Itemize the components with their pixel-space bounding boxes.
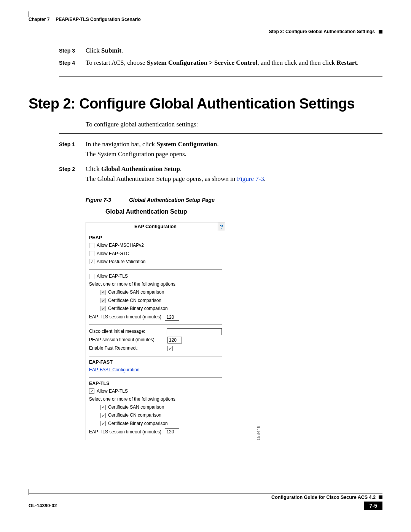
panel-title: Global Authentication Setup (105, 208, 253, 215)
eap-fast-config-link[interactable]: EAP-FAST Configuration (89, 366, 140, 374)
allow-eap-gtc-checkbox[interactable] (89, 251, 94, 256)
figure-xref[interactable]: Figure 7-3 (237, 175, 264, 182)
cisco-message-input[interactable] (167, 328, 222, 335)
allow-posture-label: Allow Posture Validation (97, 258, 146, 265)
peap-cert-cn-label: Certificate CN comparison (108, 297, 161, 304)
divider (59, 76, 382, 77)
divider (89, 269, 222, 270)
step3-label: Step 3 (59, 46, 86, 56)
allow-eap-gtc-label: Allow EAP-GTC (97, 250, 129, 257)
eaptls-cert-san-label: Certificate SAN comparison (108, 404, 164, 411)
figure-ref-number: 158448 (256, 425, 261, 440)
peap-cert-bin-checkbox[interactable] (100, 306, 106, 311)
select-options-note: Select one or more of the following opti… (89, 281, 222, 288)
eaptls-timeout-input[interactable] (165, 428, 179, 435)
divider (59, 133, 382, 134)
page-number: 7-5 (364, 502, 382, 510)
peap-tls-timeout-label: EAP-TLS session timeout (minutes): (89, 313, 162, 321)
chapter-label: Chapter 7 (29, 17, 49, 22)
divider (89, 356, 222, 356)
divider (89, 377, 222, 378)
allow-posture-checkbox[interactable] (89, 259, 94, 264)
peap-cert-san-checkbox[interactable] (100, 290, 106, 295)
eaptls-cert-san-checkbox[interactable] (100, 405, 106, 410)
eaptls-cert-bin-checkbox[interactable] (100, 421, 106, 426)
eaptls-allow-checkbox[interactable] (89, 388, 94, 394)
eap-config-panel: EAP Configuration ? PEAP Allow EAP-MSCHA… (86, 222, 225, 440)
peap-cert-cn-checkbox[interactable] (100, 298, 106, 303)
footer-guide-title: Configuration Guide for Cisco Secure ACS… (271, 495, 376, 500)
eaptls-group-title: EAP-TLS (89, 381, 222, 386)
eaptls-allow-label: Allow EAP-TLS (97, 388, 128, 395)
peap-allow-eap-tls-label: Allow EAP-TLS (97, 273, 128, 280)
allow-eap-mschapv2-checkbox[interactable] (89, 243, 94, 248)
cisco-message-label: Cisco client initial message: (89, 328, 145, 335)
intro-text: To configure global authentication setti… (86, 120, 382, 129)
fast-reconnect-label: Enable Fast Reconnect: (89, 345, 165, 352)
divider (89, 324, 222, 325)
decorative-square (379, 30, 382, 34)
peap-cert-san-label: Certificate SAN comparison (108, 289, 164, 296)
step4-text: To restart ACS, choose System Configurat… (86, 58, 382, 68)
subsection-title: Step 2: Configure Global Authentication … (269, 29, 375, 34)
peap-cert-bin-label: Certificate Binary comparison (108, 305, 168, 312)
peap-tls-timeout-input[interactable] (165, 314, 179, 321)
step3-text: Click Submit. (86, 46, 382, 56)
eaptls-cert-cn-checkbox[interactable] (100, 413, 106, 418)
section-title: PEAP/EAP-TLS Configuration Scenario (56, 17, 140, 22)
footer-doc-number: OL-14390-02 (29, 503, 57, 508)
page-heading: Step 2: Configure Global Authentication … (29, 96, 382, 112)
step2-text: Click Global Authentication Setup. The G… (86, 164, 382, 187)
eaptls-cert-bin-label: Certificate Binary comparison (108, 420, 168, 427)
peap-timeout-input[interactable] (167, 337, 182, 343)
peap-timeout-label: PEAP session timeout (minutes): (89, 336, 165, 343)
step1-label: Step 1 (59, 139, 86, 162)
step1-text: In the navigation bar, click System Conf… (86, 139, 382, 162)
decorative-square (379, 495, 382, 499)
eaptls-select-note: Select one or more of the following opti… (89, 396, 222, 403)
peap-allow-eap-tls-checkbox[interactable] (89, 274, 94, 279)
allow-eap-mschapv2-label: Allow EAP-MSCHAPv2 (97, 242, 144, 249)
eaptls-cert-cn-label: Certificate CN comparison (108, 412, 161, 419)
panel-header: EAP Configuration ? (86, 222, 225, 231)
figure-caption: Figure 7-3 Global Authentication Setup P… (86, 197, 382, 203)
fast-reconnect-checkbox[interactable] (167, 346, 173, 351)
step4-label: Step 4 (59, 58, 86, 68)
help-icon[interactable]: ? (218, 222, 225, 231)
step2-label: Step 2 (59, 164, 86, 187)
eaptls-timeout-label: EAP-TLS session timeout (minutes): (89, 428, 162, 436)
peap-group-title: PEAP (89, 235, 222, 240)
eapfast-group-title: EAP-FAST (89, 359, 222, 365)
